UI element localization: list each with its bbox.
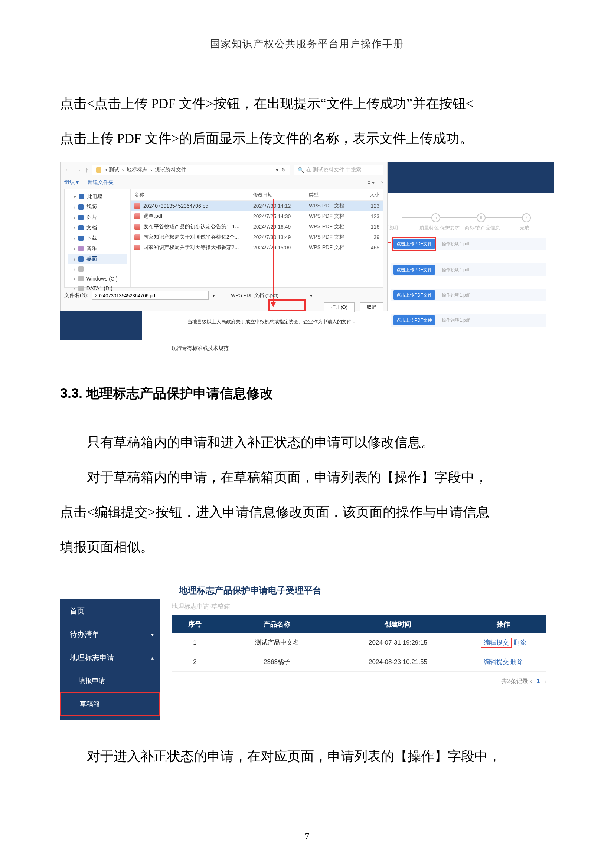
sidebar-item-todo[interactable]: 待办清单▾: [60, 623, 160, 646]
screenshot-draft-list: 地理标志产品保护申请电子受理平台 首页 待办清单▾ 地理标志申请▴ 填报申请 草…: [60, 579, 554, 720]
sidebar-blank[interactable]: ›: [68, 264, 127, 274]
sidebar-item-fill[interactable]: 填报申请: [60, 670, 160, 692]
table-row: 1 测试产品中文名 2024-07-31 19:29:15 编辑提交 删除: [172, 633, 546, 653]
search-icon: 🔍: [298, 167, 304, 173]
pdf-file-icon: [134, 224, 140, 230]
refresh-icon[interactable]: ↻: [281, 167, 286, 173]
nav-forward-icon[interactable]: →: [74, 166, 81, 174]
cancel-button[interactable]: 取消: [360, 302, 383, 312]
open-button[interactable]: 打开(O): [324, 302, 355, 312]
sidebar-downloads[interactable]: ›下载: [68, 233, 127, 243]
sidebar-pictures[interactable]: ›图片: [68, 212, 127, 223]
edit-submit-link[interactable]: 编辑提交: [481, 637, 512, 648]
step-5-label: 质量特色 保护要求: [420, 225, 460, 231]
paragraph-2: 只有草稿箱内的申请和进入补正状态的申请可以修改信息。: [60, 425, 554, 460]
platform-title: 地理标志产品保护申请电子受理平台: [60, 579, 554, 601]
path-bar[interactable]: « 测试 › 地标标志 › 测试资料文件 ▾ ↻: [92, 165, 290, 175]
upload-hint-3: 操作说明1.pdf: [442, 292, 470, 298]
cell-op: 编辑提交 删除: [460, 633, 546, 653]
music-icon: [78, 246, 84, 251]
guidance-text: 当地县级以上人民政府关于成立申报机构或指定协会、企业作为申请人的文件：: [172, 318, 372, 326]
paragraph-3c: 填报页面相似。: [60, 530, 554, 564]
file-row[interactable]: 发布平谷桃罐产品的初步认定公告第111... 2024/7/29 16:49 W…: [131, 222, 383, 232]
cell-created: 2024-08-23 10:21:55: [336, 653, 460, 672]
th-name: 产品名称: [218, 615, 336, 633]
upload-hint-4: 操作说明1.pdf: [442, 317, 470, 324]
new-folder-button[interactable]: 新建文件夹: [88, 179, 113, 186]
file-type-select[interactable]: WPS PDF 文档 (*.pdf)▾: [228, 291, 316, 300]
sidebar-videos[interactable]: ›视频: [68, 202, 127, 212]
upload-row-3: 点击上传PDF文件 操作说明1.pdf: [391, 289, 546, 301]
pager-prev[interactable]: ‹: [530, 678, 532, 684]
hdr-type[interactable]: 类型: [309, 192, 357, 198]
path-seg-2: 测试资料文件: [155, 167, 186, 173]
upload-pdf-button[interactable]: 点击上传PDF文件: [394, 265, 435, 274]
sidebar-win-c[interactable]: ›Windows (C:): [68, 274, 127, 284]
heading-3-3: 3.3. 地理标志产品保护申请信息修改: [60, 384, 554, 403]
cell-created: 2024-07-31 19:29:15: [336, 633, 460, 653]
pager-next[interactable]: ›: [544, 678, 546, 684]
sidebar-item-draft[interactable]: 草稿箱: [60, 692, 160, 716]
nav-back-icon[interactable]: ←: [64, 166, 71, 174]
dialog-sidebar: ▾此电脑 ›视频 ›图片 ›文档 ›下载 ›音乐 ›桌面 › ›Windows …: [65, 189, 131, 287]
filename-dropdown-icon[interactable]: ▾: [212, 293, 215, 298]
table-row: 2 2363橘子 2024-08-23 10:21:55 编辑提交 删除: [172, 653, 546, 672]
bottom-label: 现行专有标准或技术规范: [172, 345, 229, 352]
organize-menu[interactable]: 组织 ▾: [64, 179, 79, 186]
pdf-file-icon: [134, 245, 140, 251]
step-7-dot: 7: [522, 213, 531, 222]
upload-hint-2: 操作说明1.pdf: [442, 267, 470, 273]
path-dropdown-icon[interactable]: ▾: [276, 167, 278, 173]
file-row[interactable]: 国家知识产权局关于对天等指天椒番茄2... 2024/7/29 15:09 WP…: [131, 242, 383, 253]
cell-name: 测试产品中文名: [218, 633, 336, 653]
sidebar-item-info-query[interactable]: 申请信息查询: [60, 716, 160, 739]
cell-no: 2: [172, 653, 218, 672]
sidebar-music[interactable]: ›音乐: [68, 243, 127, 254]
drive-icon: [78, 286, 84, 291]
screenshot-file-upload: 产品描述说明 5 质量特色 保护要求 6 商标/农产品信息 7 完成: [60, 162, 554, 358]
search-box[interactable]: 🔍 在 测试资料文件 中搜索: [294, 165, 383, 175]
pager-total: 共2条记录: [501, 678, 528, 684]
sidebar-item-home[interactable]: 首页: [60, 599, 160, 623]
path-prefix: « 测试: [104, 167, 119, 173]
main-panel: 地理标志申请·草稿箱 序号 产品名称 创建时间 操作 1 测试产品中文: [172, 602, 546, 685]
dialog-toolbar-row: 组织 ▾ 新建文件夹 ≡ ▾ □ ?: [64, 178, 383, 188]
upload-pdf-button[interactable]: 点击上传PDF文件: [394, 315, 435, 325]
desktop-icon: [78, 256, 84, 262]
file-row[interactable]: 国家知识产权局关于对测试平谷桃罐2个... 2024/7/30 13:49 WP…: [131, 232, 383, 242]
download-icon: [78, 236, 84, 241]
file-row[interactable]: 退单.pdf 2024/7/25 14:30 WPS PDF 文档 123: [131, 211, 383, 222]
hdr-size[interactable]: 大小: [357, 192, 379, 198]
page-number: 7: [0, 831, 614, 842]
chevron-up-icon: ▴: [151, 655, 154, 661]
paragraph-1-line-a: 点击<点击上传 PDF 文件>按钮，在出现提示“文件上传成功”并在按钮<: [60, 86, 554, 121]
hdr-name[interactable]: 名称: [134, 192, 253, 198]
search-placeholder: 在 测试资料文件 中搜索: [306, 167, 361, 173]
video-icon: [78, 205, 84, 210]
filename-input[interactable]: [92, 291, 209, 300]
doc-icon: [78, 225, 84, 231]
pager-current[interactable]: 1: [536, 678, 540, 684]
drive-icon: [78, 267, 84, 272]
view-mode-icons[interactable]: ≡ ▾ □ ?: [367, 180, 383, 186]
path-sep: ›: [122, 167, 124, 173]
page-header-title: 国家知识产权公共服务平台用户操作手册: [0, 37, 614, 50]
pc-icon: [79, 194, 84, 199]
delete-link[interactable]: 删除: [513, 639, 526, 646]
red-box-open: [268, 299, 305, 312]
drive-icon: [78, 276, 84, 281]
nav-up-icon[interactable]: ↑: [85, 166, 88, 174]
upload-pdf-button[interactable]: 点击上传PDF文件: [394, 290, 435, 300]
pager: 共2条记录 ‹ 1 ›: [172, 677, 546, 685]
sidebar-this-pc[interactable]: ▾此电脑: [68, 192, 127, 202]
step-6-label: 商标/农产品信息: [465, 225, 500, 231]
file-row[interactable]: 20240730135452364706.pdf 2024/7/30 14:12…: [131, 201, 383, 211]
folder-icon: [96, 167, 101, 172]
hdr-date[interactable]: 修改日期: [253, 192, 309, 198]
edit-submit-link[interactable]: 编辑提交: [484, 658, 509, 665]
sidebar-desktop[interactable]: ›桌面: [68, 254, 127, 264]
delete-link[interactable]: 删除: [510, 658, 523, 665]
sidebar-item-gi-apply[interactable]: 地理标志申请▴: [60, 646, 160, 670]
red-vline-to-open: [273, 199, 274, 303]
sidebar-docs[interactable]: ›文档: [68, 223, 127, 233]
